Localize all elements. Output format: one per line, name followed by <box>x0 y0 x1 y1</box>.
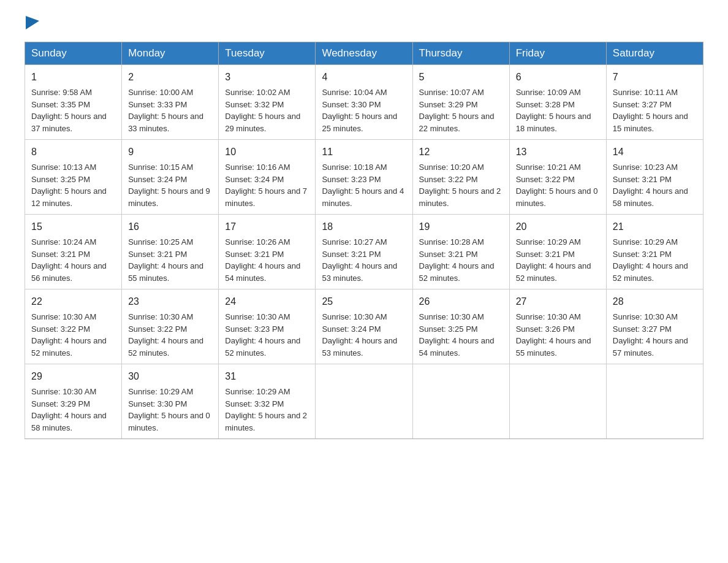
day-of-week-header: Wednesday <box>316 42 412 65</box>
calendar-day-cell: 13 Sunrise: 10:21 AMSunset: 3:22 PMDayli… <box>509 140 606 215</box>
calendar-week-row: 22 Sunrise: 10:30 AMSunset: 3:22 PMDayli… <box>25 289 703 364</box>
page-header <box>25 18 703 29</box>
empty-cell <box>509 364 606 439</box>
calendar-day-cell: 18 Sunrise: 10:27 AMSunset: 3:21 PMDayli… <box>316 215 412 289</box>
calendar-day-cell: 24 Sunrise: 10:30 AMSunset: 3:23 PMDayli… <box>219 289 316 364</box>
calendar-day-cell: 23 Sunrise: 10:30 AMSunset: 3:22 PMDayli… <box>122 289 219 364</box>
calendar-day-cell: 29 Sunrise: 10:30 AMSunset: 3:29 PMDayli… <box>25 364 122 439</box>
day-of-week-header: Friday <box>509 42 606 65</box>
day-number: 2 <box>128 70 212 85</box>
day-of-week-header: Thursday <box>412 42 509 65</box>
day-number: 21 <box>613 220 697 234</box>
calendar-day-cell: 5 Sunrise: 10:07 AMSunset: 3:29 PMDaylig… <box>412 65 509 140</box>
calendar-day-cell: 30 Sunrise: 10:29 AMSunset: 3:30 PMDayli… <box>122 364 219 439</box>
day-info: Sunrise: 10:00 AMSunset: 3:33 PMDaylight… <box>128 88 203 133</box>
day-number: 3 <box>225 70 309 85</box>
day-info: Sunrise: 10:21 AMSunset: 3:22 PMDaylight… <box>516 163 598 208</box>
day-number: 10 <box>225 145 309 159</box>
calendar-week-row: 1 Sunrise: 9:58 AMSunset: 3:35 PMDayligh… <box>25 65 703 140</box>
calendar-day-cell: 4 Sunrise: 10:04 AMSunset: 3:30 PMDaylig… <box>316 65 412 140</box>
calendar-day-cell: 25 Sunrise: 10:30 AMSunset: 3:24 PMDayli… <box>316 289 412 364</box>
calendar-day-cell: 27 Sunrise: 10:30 AMSunset: 3:26 PMDayli… <box>509 289 606 364</box>
svg-marker-0 <box>26 16 39 29</box>
logo <box>25 18 39 29</box>
day-number: 15 <box>31 220 115 234</box>
day-info: Sunrise: 10:11 AMSunset: 3:27 PMDaylight… <box>613 88 688 133</box>
day-number: 30 <box>128 369 212 384</box>
day-of-week-header: Tuesday <box>219 42 316 65</box>
calendar-day-cell: 1 Sunrise: 9:58 AMSunset: 3:35 PMDayligh… <box>25 65 122 140</box>
calendar-day-cell: 2 Sunrise: 10:00 AMSunset: 3:33 PMDaylig… <box>122 65 219 140</box>
day-number: 18 <box>322 220 406 234</box>
calendar-day-cell: 6 Sunrise: 10:09 AMSunset: 3:28 PMDaylig… <box>509 65 606 140</box>
calendar-day-cell: 20 Sunrise: 10:29 AMSunset: 3:21 PMDayli… <box>509 215 606 289</box>
calendar-day-cell: 9 Sunrise: 10:15 AMSunset: 3:24 PMDaylig… <box>122 140 219 215</box>
day-info: Sunrise: 10:18 AMSunset: 3:23 PMDaylight… <box>322 163 404 208</box>
calendar-day-cell: 15 Sunrise: 10:24 AMSunset: 3:21 PMDayli… <box>25 215 122 289</box>
calendar-day-cell: 7 Sunrise: 10:11 AMSunset: 3:27 PMDaylig… <box>606 65 703 140</box>
calendar-day-cell: 11 Sunrise: 10:18 AMSunset: 3:23 PMDayli… <box>316 140 412 215</box>
day-info: Sunrise: 10:25 AMSunset: 3:21 PMDaylight… <box>128 237 203 283</box>
day-info: Sunrise: 10:30 AMSunset: 3:29 PMDaylight… <box>31 387 107 432</box>
calendar-day-cell: 17 Sunrise: 10:26 AMSunset: 3:21 PMDayli… <box>219 215 316 289</box>
day-number: 6 <box>516 70 600 85</box>
calendar-week-row: 15 Sunrise: 10:24 AMSunset: 3:21 PMDayli… <box>25 215 703 289</box>
day-info: Sunrise: 10:30 AMSunset: 3:26 PMDaylight… <box>516 312 591 358</box>
day-info: Sunrise: 10:02 AMSunset: 3:32 PMDaylight… <box>225 88 300 133</box>
calendar-day-cell: 19 Sunrise: 10:28 AMSunset: 3:21 PMDayli… <box>412 215 509 289</box>
day-number: 12 <box>419 145 503 159</box>
day-info: Sunrise: 10:30 AMSunset: 3:27 PMDaylight… <box>613 312 688 358</box>
day-of-week-header: Saturday <box>606 42 703 65</box>
day-of-week-header: Monday <box>122 42 219 65</box>
empty-cell <box>412 364 509 439</box>
calendar-day-cell: 14 Sunrise: 10:23 AMSunset: 3:21 PMDayli… <box>606 140 703 215</box>
day-info: Sunrise: 10:30 AMSunset: 3:25 PMDaylight… <box>419 312 495 358</box>
day-info: Sunrise: 10:13 AMSunset: 3:25 PMDaylight… <box>31 163 107 208</box>
empty-cell <box>316 364 412 439</box>
day-info: Sunrise: 10:30 AMSunset: 3:24 PMDaylight… <box>322 312 397 358</box>
day-info: Sunrise: 10:30 AMSunset: 3:23 PMDaylight… <box>225 312 300 358</box>
day-info: Sunrise: 10:26 AMSunset: 3:21 PMDaylight… <box>225 237 300 283</box>
day-info: Sunrise: 10:04 AMSunset: 3:30 PMDaylight… <box>322 88 397 133</box>
day-number: 16 <box>128 220 212 234</box>
calendar-day-cell: 31 Sunrise: 10:29 AMSunset: 3:32 PMDayli… <box>219 364 316 439</box>
day-number: 1 <box>31 70 115 85</box>
day-info: Sunrise: 10:29 AMSunset: 3:21 PMDaylight… <box>516 237 591 283</box>
day-number: 23 <box>128 294 212 309</box>
day-number: 14 <box>613 145 697 159</box>
day-number: 27 <box>516 294 600 309</box>
day-info: Sunrise: 10:30 AMSunset: 3:22 PMDaylight… <box>31 312 107 358</box>
day-number: 28 <box>613 294 697 309</box>
day-info: Sunrise: 10:16 AMSunset: 3:24 PMDaylight… <box>225 163 307 208</box>
calendar-day-cell: 21 Sunrise: 10:29 AMSunset: 3:21 PMDayli… <box>606 215 703 289</box>
empty-cell <box>606 364 703 439</box>
calendar-day-cell: 22 Sunrise: 10:30 AMSunset: 3:22 PMDayli… <box>25 289 122 364</box>
day-info: Sunrise: 10:30 AMSunset: 3:22 PMDaylight… <box>128 312 203 358</box>
day-number: 31 <box>225 369 309 384</box>
calendar-day-cell: 12 Sunrise: 10:20 AMSunset: 3:22 PMDayli… <box>412 140 509 215</box>
day-number: 13 <box>516 145 600 159</box>
day-number: 7 <box>613 70 697 85</box>
calendar-table: SundayMondayTuesdayWednesdayThursdayFrid… <box>25 42 703 439</box>
day-number: 29 <box>31 369 115 384</box>
calendar-day-cell: 10 Sunrise: 10:16 AMSunset: 3:24 PMDayli… <box>219 140 316 215</box>
calendar-week-row: 29 Sunrise: 10:30 AMSunset: 3:29 PMDayli… <box>25 364 703 439</box>
day-number: 19 <box>419 220 503 234</box>
day-number: 4 <box>322 70 406 85</box>
day-number: 20 <box>516 220 600 234</box>
calendar-day-cell: 8 Sunrise: 10:13 AMSunset: 3:25 PMDaylig… <box>25 140 122 215</box>
day-info: Sunrise: 10:23 AMSunset: 3:21 PMDaylight… <box>613 163 688 208</box>
day-number: 17 <box>225 220 309 234</box>
calendar-day-cell: 3 Sunrise: 10:02 AMSunset: 3:32 PMDaylig… <box>219 65 316 140</box>
day-info: Sunrise: 10:29 AMSunset: 3:30 PMDaylight… <box>128 387 210 432</box>
day-number: 22 <box>31 294 115 309</box>
calendar-day-cell: 28 Sunrise: 10:30 AMSunset: 3:27 PMDayli… <box>606 289 703 364</box>
calendar-week-row: 8 Sunrise: 10:13 AMSunset: 3:25 PMDaylig… <box>25 140 703 215</box>
day-number: 26 <box>419 294 503 309</box>
day-number: 11 <box>322 145 406 159</box>
day-number: 9 <box>128 145 212 159</box>
calendar-header-row: SundayMondayTuesdayWednesdayThursdayFrid… <box>25 42 703 65</box>
day-info: Sunrise: 10:15 AMSunset: 3:24 PMDaylight… <box>128 163 210 208</box>
day-info: Sunrise: 10:07 AMSunset: 3:29 PMDaylight… <box>419 88 495 133</box>
day-info: Sunrise: 9:58 AMSunset: 3:35 PMDaylight:… <box>31 88 107 133</box>
